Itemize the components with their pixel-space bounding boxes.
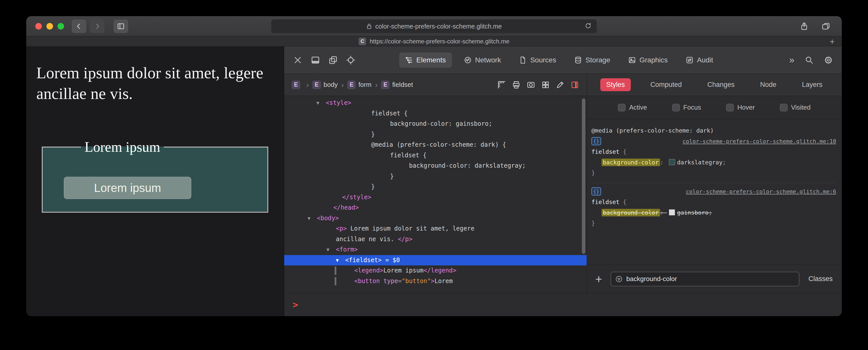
css-declaration[interactable]: background-color: gainsboro; [591, 207, 836, 218]
disclosure-triangle-icon[interactable]: ▼ [308, 213, 310, 224]
tab-sources[interactable]: Sources [513, 53, 562, 68]
rule-source-icon: {} [591, 187, 601, 196]
tabs-icon [822, 22, 830, 31]
css-declaration[interactable]: background-color: darkslategray; [591, 157, 836, 168]
dom-node[interactable]: </style> [284, 192, 587, 203]
checkbox-icon[interactable] [726, 104, 734, 111]
filter-input[interactable]: background-color [611, 272, 799, 286]
dom-node[interactable]: </head> [284, 203, 587, 213]
page-button[interactable]: Lorem ipsum [64, 177, 191, 199]
sidebar-toggle-button[interactable] [114, 20, 128, 33]
tab-storage[interactable]: Storage [568, 53, 616, 68]
dock-bottom-icon[interactable] [311, 56, 320, 65]
classes-button[interactable]: Classes [808, 275, 833, 283]
dom-node[interactable]: } [284, 171, 587, 182]
pseudo-toggle-active[interactable]: Active [618, 104, 647, 111]
checkbox-icon[interactable] [672, 104, 680, 111]
dom-node[interactable]: } [284, 129, 587, 140]
dom-node[interactable]: ▼<body> [284, 213, 587, 224]
code-segment: fieldset { [390, 152, 427, 159]
rulers-icon[interactable] [497, 81, 506, 89]
console-prompt-bar[interactable]: > [284, 293, 842, 316]
element-selection-icon[interactable] [346, 56, 355, 65]
reload-button[interactable] [585, 22, 593, 30]
forward-button[interactable] [90, 20, 104, 33]
edit-pen-icon[interactable] [556, 81, 564, 89]
back-button[interactable] [72, 20, 86, 33]
code-segment: } [371, 183, 375, 190]
gear-icon[interactable] [824, 56, 833, 64]
code-segment: } [371, 131, 375, 138]
page-content: Lorem ipsum dolor sit amet, legere ancil… [26, 47, 284, 316]
rule-source-link[interactable]: color-scheme-prefers-color-scheme.glitch… [683, 138, 836, 144]
color-swatch[interactable] [669, 209, 675, 215]
pseudo-toggle-visited[interactable]: Visited [780, 104, 811, 111]
rule-close-brace: } [591, 168, 836, 178]
tab-elements[interactable]: Elements [399, 53, 452, 68]
new-tab-button[interactable]: + [830, 37, 835, 46]
tab-audit[interactable]: Audit [680, 53, 719, 68]
snapshot-icon[interactable] [527, 81, 535, 89]
sidebar-tab-layers[interactable]: Layers [796, 78, 828, 91]
sidebar-tab-changes[interactable]: Changes [701, 78, 741, 91]
pseudo-toggle-focus[interactable]: Focus [672, 104, 701, 111]
breadcrumb-item-form[interactable]: E form [347, 81, 371, 89]
disclosure-triangle-icon[interactable]: ▼ [327, 244, 329, 255]
dom-node[interactable]: ▼<form> [284, 244, 587, 255]
breadcrumb-item-body[interactable]: E body [312, 81, 338, 89]
close-window-button[interactable] [35, 23, 42, 30]
dom-node[interactable]: background-color: gainsboro; [284, 119, 587, 129]
dom-node[interactable]: background-color: darkslategray; [284, 161, 587, 171]
tab-label: Storage [585, 56, 610, 64]
pseudo-toggle-hover[interactable]: Hover [726, 104, 755, 111]
close-inspector-button[interactable] [293, 56, 302, 65]
breadcrumb-item-html[interactable]: E [292, 81, 303, 89]
dom-node[interactable]: @media (prefers-color-scheme: dark) { [284, 140, 587, 150]
share-button[interactable] [797, 20, 811, 33]
disclosure-triangle-icon[interactable]: ▼ [336, 255, 339, 266]
network-icon [464, 56, 472, 64]
dom-node[interactable]: fieldset { [284, 150, 587, 161]
element-borders-icon[interactable] [570, 81, 579, 89]
color-swatch[interactable] [669, 159, 675, 165]
checkbox-icon[interactable] [780, 104, 787, 111]
sidebar-tab-node[interactable]: Node [754, 78, 783, 91]
sidebar-tab-styles[interactable]: Styles [600, 78, 631, 91]
tab-network[interactable]: Network [458, 53, 507, 68]
dom-node[interactable]: <button type="button">Lorem [284, 276, 587, 287]
search-icon[interactable] [805, 56, 813, 64]
dom-node[interactable]: } [284, 181, 587, 192]
address-bar[interactable]: color-scheme-prefers-color-scheme.glitch… [271, 20, 597, 33]
tab-label: Elements [416, 56, 446, 64]
rule-selector: fieldset { [591, 146, 836, 157]
disclosure-triangle-icon[interactable]: ▼ [316, 98, 319, 108]
zoom-window-button[interactable] [58, 23, 64, 30]
tab-graphics[interactable]: Graphics [622, 53, 674, 68]
breadcrumb-label: body [323, 81, 338, 89]
more-tabs-icon[interactable]: » [789, 56, 794, 65]
code-segment: </head> [333, 204, 359, 211]
page-legend: Lorem ipsum [81, 139, 164, 155]
checkbox-icon[interactable] [618, 104, 625, 111]
grid-overlay-icon[interactable] [541, 81, 550, 89]
print-styles-icon[interactable] [512, 81, 521, 89]
dom-node-selected[interactable]: ▼<fieldset> = $0 [284, 255, 587, 266]
dom-node[interactable]: ▼<style> [284, 98, 587, 108]
code-segment: </style> [342, 194, 371, 201]
rule-source-link[interactable]: color-scheme-prefers-color-scheme.glitch… [686, 188, 836, 195]
breadcrumb-item-fieldset[interactable]: E fieldset [381, 81, 413, 89]
browser-tab[interactable]: C https://color-scheme-prefers-color-sch… [359, 38, 509, 45]
undock-icon[interactable] [329, 56, 338, 65]
dom-node[interactable]: fieldset { [284, 108, 587, 119]
dom-node[interactable]: ancillae ne vis. </p> [284, 234, 587, 245]
minimize-window-button[interactable] [46, 23, 53, 30]
database-icon [574, 56, 582, 64]
dom-node[interactable]: <legend>Lorem ipsum</legend> [284, 265, 587, 276]
add-rule-button[interactable]: + [592, 272, 605, 286]
chevron-separator-icon: › [375, 81, 377, 89]
tab-overview-button[interactable] [818, 20, 833, 33]
tab-label: Network [475, 56, 501, 64]
sidebar-icon [117, 23, 125, 30]
sidebar-tab-computed[interactable]: Computed [644, 78, 688, 91]
dom-node[interactable]: <p> Lorem ipsum dolor sit amet, legere [284, 224, 587, 234]
